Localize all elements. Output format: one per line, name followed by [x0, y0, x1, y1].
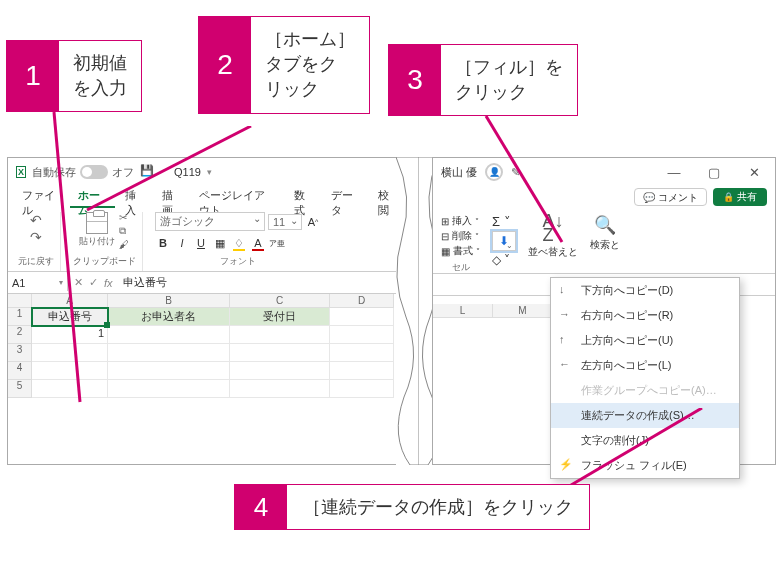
- italic-button[interactable]: I: [174, 235, 190, 251]
- col-header-D[interactable]: D: [330, 294, 394, 308]
- share-button[interactable]: 共有: [713, 188, 767, 206]
- format-painter-button[interactable]: [119, 239, 131, 250]
- phonetic-button[interactable]: ア亜: [269, 235, 285, 251]
- cell-D5[interactable]: [330, 380, 394, 398]
- insert-cells-icon[interactable]: ⊞: [441, 216, 449, 227]
- col-header-A[interactable]: A: [32, 294, 108, 308]
- left-arrow-icon: ←: [559, 358, 570, 370]
- cell-D2[interactable]: [330, 326, 394, 344]
- autosum-button[interactable]: Σ ˅: [492, 214, 516, 229]
- fill-down-item[interactable]: ↓下方向へコピー(D): [551, 278, 739, 303]
- row-header-3[interactable]: 3: [8, 344, 32, 362]
- font-name-select[interactable]: 游ゴシック: [155, 212, 265, 231]
- format-cells-icon[interactable]: ▦: [441, 246, 450, 257]
- grow-font-button[interactable]: A^: [305, 214, 321, 230]
- insert-cells-label[interactable]: 挿入: [452, 214, 472, 228]
- cell-A1[interactable]: 申込番号: [32, 308, 108, 326]
- select-all-corner[interactable]: [8, 294, 32, 308]
- font-size-select[interactable]: 11: [268, 214, 302, 230]
- clipboard-group-label: クリップボード: [73, 255, 136, 269]
- cell-D4[interactable]: [330, 362, 394, 380]
- docname-dropdown-icon[interactable]: ▾: [207, 167, 212, 177]
- avatar-icon[interactable]: 👤: [485, 163, 503, 181]
- copy-button[interactable]: [119, 225, 131, 237]
- fill-button[interactable]: ⬇: [492, 231, 516, 251]
- fill-right-item[interactable]: →右方向へコピー(R): [551, 303, 739, 328]
- spreadsheet-grid-left[interactable]: A B C D 1 申込番号 お申込者名 受付日 2 1 3 4 5: [8, 294, 411, 398]
- col-header-C[interactable]: C: [230, 294, 330, 308]
- document-name: Q119: [174, 166, 201, 178]
- tab-insert[interactable]: 挿入: [117, 186, 152, 208]
- cell-C2[interactable]: [230, 326, 330, 344]
- name-box[interactable]: A1: [8, 275, 68, 291]
- bold-button[interactable]: B: [155, 235, 171, 251]
- fill-color-button[interactable]: ♢: [231, 235, 247, 251]
- cell-D1[interactable]: [330, 308, 394, 326]
- delete-cells-icon[interactable]: ⊟: [441, 231, 449, 242]
- sort-filter-button[interactable]: A↓Z 並べ替えと: [528, 214, 578, 269]
- cell-A2[interactable]: 1: [32, 326, 108, 344]
- comment-button[interactable]: 💬 コメント: [634, 188, 707, 206]
- fill-up-item[interactable]: ↑上方向へコピー(U): [551, 328, 739, 353]
- cell-C5[interactable]: [230, 380, 330, 398]
- minimize-button[interactable]: ―: [661, 165, 687, 180]
- underline-button[interactable]: U: [193, 235, 209, 251]
- format-cells-label[interactable]: 書式: [453, 244, 473, 258]
- fill-menu-popup: ↓下方向へコピー(D) →右方向へコピー(R) ↑上方向へコピー(U) ←左方向…: [550, 277, 740, 479]
- cell-A5[interactable]: [32, 380, 108, 398]
- cell-A4[interactable]: [32, 362, 108, 380]
- fill-group-item: 作業グループへコピー(A)…: [551, 378, 739, 403]
- cell-D3[interactable]: [330, 344, 394, 362]
- cell-A3[interactable]: [32, 344, 108, 362]
- font-color-button[interactable]: A: [250, 235, 266, 251]
- cell-C3[interactable]: [230, 344, 330, 362]
- col-header-B[interactable]: B: [108, 294, 230, 308]
- autosave-toggle[interactable]: 自動保存 オフ: [32, 165, 134, 180]
- clipboard-group: 貼り付け クリップボード: [67, 212, 143, 271]
- cancel-formula-icon[interactable]: ✕: [74, 276, 83, 289]
- col-header-M[interactable]: M: [493, 304, 553, 318]
- delete-cells-label[interactable]: 削除: [452, 229, 472, 243]
- cell-C4[interactable]: [230, 362, 330, 380]
- cell-B2[interactable]: [108, 326, 230, 344]
- tab-layout[interactable]: ページレイアウト: [191, 186, 284, 208]
- undo-group: ↶ ↷ 元に戻す: [12, 212, 61, 271]
- col-header-L[interactable]: L: [433, 304, 493, 318]
- cut-button[interactable]: [119, 212, 131, 223]
- paste-button[interactable]: 貼り付け: [79, 212, 115, 248]
- fill-left-item[interactable]: ←左方向へコピー(L): [551, 353, 739, 378]
- fill-flash-item[interactable]: ⚡フラッシュ フィル(E): [551, 453, 739, 478]
- fx-icon[interactable]: fx: [104, 277, 113, 289]
- tab-formulas[interactable]: 数式: [286, 186, 321, 208]
- redo-icon[interactable]: ↷: [30, 229, 42, 245]
- fill-series-item[interactable]: 連続データの作成(S)…: [551, 403, 739, 428]
- sort-label: 並べ替えと: [528, 245, 578, 259]
- row-header-1[interactable]: 1: [8, 308, 32, 326]
- cell-B5[interactable]: [108, 380, 230, 398]
- maximize-button[interactable]: ▢: [701, 165, 727, 180]
- tab-home[interactable]: ホーム: [70, 186, 115, 208]
- formula-input[interactable]: 申込番号: [119, 273, 411, 292]
- tab-draw[interactable]: 描画: [154, 186, 189, 208]
- save-icon[interactable]: 💾: [140, 164, 156, 180]
- row-header-5[interactable]: 5: [8, 380, 32, 398]
- callout-1-text: 初期値を入力: [59, 41, 141, 111]
- row-header-4[interactable]: 4: [8, 362, 32, 380]
- fill-justify-item[interactable]: 文字の割付(J): [551, 428, 739, 453]
- border-button[interactable]: ▦: [212, 235, 228, 251]
- close-button[interactable]: ✕: [741, 165, 767, 180]
- find-select-button[interactable]: 🔍 検索と: [590, 214, 620, 269]
- clear-button[interactable]: ◇ ˅: [492, 253, 516, 267]
- toggle-off[interactable]: [80, 165, 108, 179]
- cell-B1[interactable]: お申込者名: [108, 308, 230, 326]
- row-header-2[interactable]: 2: [8, 326, 32, 344]
- undo-icon[interactable]: ↶: [30, 212, 42, 228]
- tab-file[interactable]: ファイル: [14, 186, 68, 208]
- tab-data[interactable]: データ: [323, 186, 368, 208]
- toggle-state: オフ: [112, 165, 134, 180]
- enter-formula-icon[interactable]: ✓: [89, 276, 98, 289]
- cell-B4[interactable]: [108, 362, 230, 380]
- pen-mode-icon[interactable]: [511, 166, 520, 179]
- cell-C1[interactable]: 受付日: [230, 308, 330, 326]
- cell-B3[interactable]: [108, 344, 230, 362]
